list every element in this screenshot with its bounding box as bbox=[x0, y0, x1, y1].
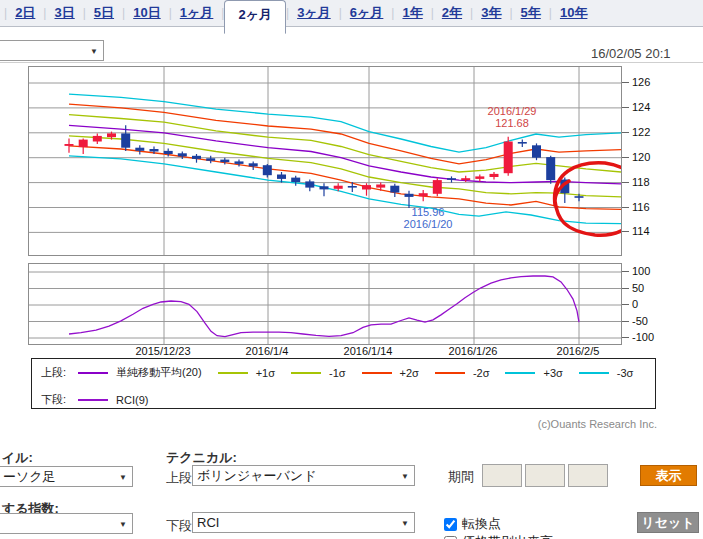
copyright-text: (c)Ouants Research Inc. bbox=[360, 418, 657, 430]
rci-axis-tick-label: -50 bbox=[632, 315, 666, 327]
low-label: 115.962016/1/20 bbox=[404, 206, 453, 230]
chart-panel-divider bbox=[0, 62, 703, 63]
legend-item: -3σ bbox=[579, 367, 634, 379]
tab-3年[interactable]: 3年 bbox=[473, 0, 509, 26]
tab-6ヶ月[interactable]: 6ヶ月 bbox=[342, 0, 392, 26]
candle-body bbox=[447, 178, 456, 180]
volume-by-price-label: 価格帯別出来高 bbox=[462, 533, 553, 539]
rci-axis-tick-label: 50 bbox=[632, 282, 666, 294]
band-line bbox=[69, 94, 621, 152]
candle-body bbox=[164, 151, 173, 154]
legend-item: +2σ bbox=[362, 367, 419, 379]
period-input-3[interactable] bbox=[568, 464, 608, 487]
rci-chart-plot bbox=[28, 263, 622, 345]
volume-by-price-option: 価格帯別出来高 bbox=[444, 533, 553, 539]
candle-body bbox=[135, 148, 144, 151]
volume-by-price-checkbox[interactable] bbox=[444, 536, 457, 539]
candle-body bbox=[121, 133, 130, 147]
legend-color-swatch bbox=[218, 372, 248, 374]
legend-item: +1σ bbox=[218, 367, 275, 379]
axis-tick bbox=[622, 231, 629, 232]
candle-body bbox=[277, 175, 286, 179]
legend-color-swatch bbox=[362, 372, 392, 374]
legend-item-label: -1σ bbox=[329, 367, 346, 379]
price-chart-plot: 2016/1/29121.68115.962016/1/20 bbox=[28, 66, 622, 256]
legend-upper-row: 上段: 単純移動平均(20)+1σ-1σ+2σ-2σ+3σ-3σ bbox=[41, 365, 649, 380]
period-input-1[interactable] bbox=[482, 464, 522, 487]
rci-chart-svg bbox=[29, 264, 621, 344]
date-axis-tick-label: 2015/12/23 bbox=[123, 345, 203, 357]
candle-body bbox=[249, 163, 258, 166]
chart-style-value: ーソク足 bbox=[3, 468, 56, 486]
tab-10日[interactable]: 10日 bbox=[125, 0, 168, 26]
period-input-2[interactable] bbox=[525, 464, 565, 487]
legend-color-swatch bbox=[505, 372, 535, 374]
rci-axis-tick-label: 0 bbox=[632, 298, 666, 310]
rci-line bbox=[69, 276, 579, 337]
candle-body bbox=[220, 160, 229, 163]
date-axis-tick-label: 2016/2/5 bbox=[538, 345, 618, 357]
legend-item-label: +3σ bbox=[543, 367, 562, 379]
reset-button[interactable]: リセット bbox=[637, 512, 699, 533]
rci-axis-tick-label: 100 bbox=[632, 265, 666, 277]
period-tab-bar: |2日|3日|5日|10日|1ヶ月|2ヶ月|3ヶ月|6ヶ月|1年|2年|3年|5… bbox=[0, 0, 703, 27]
legend-upper-label: 上段: bbox=[41, 365, 66, 380]
price-axis-tick-label: 122 bbox=[632, 126, 666, 138]
upper-indicator-label: 上段 bbox=[166, 469, 192, 487]
axis-tick bbox=[622, 288, 629, 289]
date-axis-tick-label: 2016/1/4 bbox=[227, 345, 307, 357]
legend-color-swatch bbox=[579, 372, 609, 374]
tab-3ヶ月[interactable]: 3ヶ月 bbox=[289, 0, 339, 26]
tab-5日[interactable]: 5日 bbox=[86, 0, 122, 26]
chart-style-select[interactable]: ーソク足 ▼ bbox=[0, 466, 133, 487]
legend-upper-items: 単純移動平均(20)+1σ-1σ+2σ-2σ+3σ-3σ bbox=[78, 365, 649, 380]
legend-item-label: RCI(9) bbox=[116, 394, 148, 406]
turning-point-label: 転換点 bbox=[462, 515, 501, 533]
candle-body bbox=[206, 158, 215, 161]
candle-body bbox=[93, 136, 102, 142]
candle-body bbox=[178, 153, 187, 156]
lower-indicator-select[interactable]: RCI ▼ bbox=[192, 512, 415, 533]
symbol-select[interactable]: ▼ bbox=[0, 40, 104, 61]
lower-indicator-label: 下段 bbox=[166, 517, 192, 535]
candle-body bbox=[433, 180, 442, 194]
tab-1年[interactable]: 1年 bbox=[394, 0, 430, 26]
high-label: 2016/1/29121.68 bbox=[488, 105, 537, 129]
axis-tick bbox=[622, 182, 629, 183]
candle-body bbox=[65, 144, 74, 146]
tab-2ヶ月[interactable]: 2ヶ月 bbox=[224, 0, 286, 34]
legend-color-swatch bbox=[78, 372, 108, 374]
turning-point-checkbox[interactable] bbox=[444, 518, 457, 531]
legend-color-swatch bbox=[291, 372, 321, 374]
legend-item-label: +2σ bbox=[400, 367, 419, 379]
tab-3日[interactable]: 3日 bbox=[46, 0, 82, 26]
tab-5年[interactable]: 5年 bbox=[513, 0, 549, 26]
axis-tick bbox=[622, 337, 629, 338]
price-axis-tick-label: 114 bbox=[632, 225, 666, 237]
chevron-down-icon: ▼ bbox=[90, 46, 98, 55]
tab-1ヶ月[interactable]: 1ヶ月 bbox=[172, 0, 222, 26]
compare-index-select[interactable]: ▼ bbox=[0, 513, 133, 534]
axis-tick bbox=[622, 304, 629, 305]
period-label: 期間 bbox=[448, 468, 474, 486]
candle-body bbox=[376, 185, 385, 188]
axis-tick bbox=[622, 132, 629, 133]
tab-2年[interactable]: 2年 bbox=[434, 0, 470, 26]
tab-2日[interactable]: 2日 bbox=[7, 0, 43, 26]
axis-tick bbox=[622, 271, 629, 272]
candle-body bbox=[107, 133, 116, 137]
date-axis-tick-label: 2016/1/26 bbox=[433, 345, 513, 357]
show-button[interactable]: 表示 bbox=[640, 465, 697, 486]
legend-color-swatch bbox=[78, 399, 108, 401]
candle-body bbox=[150, 149, 159, 152]
tab-10年[interactable]: 10年 bbox=[552, 0, 595, 26]
candle-body bbox=[235, 161, 244, 164]
chevron-down-icon: ▼ bbox=[119, 519, 127, 528]
candle-body bbox=[419, 193, 428, 196]
chevron-down-icon: ▼ bbox=[119, 472, 127, 481]
price-chart-svg: 2016/1/29121.68115.962016/1/20 bbox=[29, 67, 621, 255]
upper-indicator-select[interactable]: ボリンジャーバンド ▼ bbox=[192, 465, 415, 486]
candle-body bbox=[291, 178, 300, 182]
axis-tick bbox=[622, 207, 629, 208]
price-axis-tick-label: 120 bbox=[632, 151, 666, 163]
